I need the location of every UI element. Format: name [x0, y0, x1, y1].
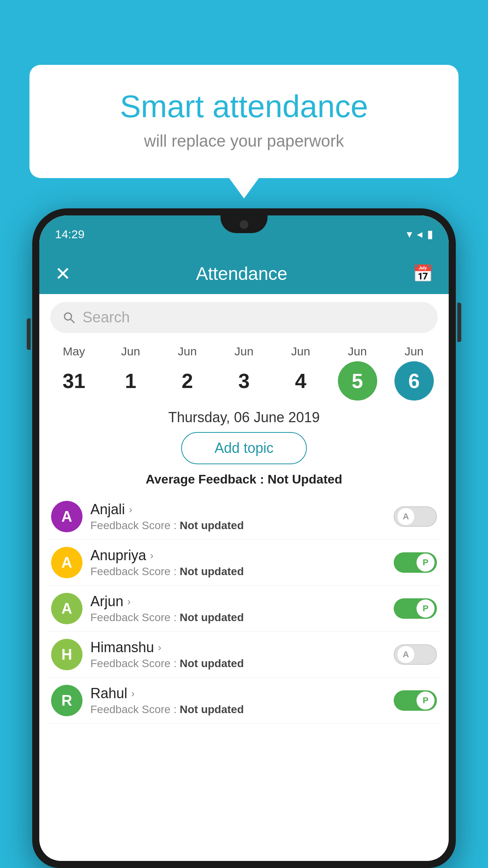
student-info: Arjun ›Feedback Score : Not updated	[90, 593, 386, 624]
student-item[interactable]: AAnupriya ›Feedback Score : Not updatedP	[47, 540, 441, 586]
avg-feedback-value: Not Updated	[268, 472, 342, 486]
toggle-thumb: P	[416, 554, 435, 572]
student-info: Himanshu ›Feedback Score : Not updated	[90, 639, 386, 670]
selected-date-label: Thursday, 06 June 2019	[39, 409, 449, 426]
attendance-toggle[interactable]: A	[394, 506, 437, 527]
student-avatar: H	[51, 639, 83, 670]
student-item[interactable]: AAnjali ›Feedback Score : Not updatedA	[47, 494, 441, 540]
calendar-day[interactable]: Jun4	[277, 345, 324, 401]
feedback-score: Feedback Score : Not updated	[90, 611, 386, 624]
chevron-icon: ›	[150, 550, 154, 562]
calendar-day[interactable]: Jun6	[391, 345, 438, 401]
cal-date-number: 6	[394, 361, 434, 401]
attendance-toggle[interactable]: P	[394, 690, 437, 711]
cal-month-label: Jun	[291, 345, 310, 358]
student-name: Anupriya ›	[90, 547, 386, 564]
student-item[interactable]: AArjun ›Feedback Score : Not updatedP	[47, 586, 441, 632]
cal-month-label: Jun	[121, 345, 140, 358]
avg-feedback: Average Feedback : Not Updated	[39, 472, 449, 487]
toggle-thumb: A	[397, 508, 415, 526]
feedback-score: Feedback Score : Not updated	[90, 565, 386, 578]
bubble-title: Smart attendance	[53, 88, 435, 125]
search-bar[interactable]: Search	[50, 302, 438, 333]
search-placeholder: Search	[83, 309, 130, 326]
student-name: Anjali ›	[90, 501, 386, 518]
cal-date-number: 5	[338, 361, 377, 401]
camera	[240, 220, 248, 229]
chevron-icon: ›	[158, 642, 161, 654]
calendar-row: May31Jun1Jun2Jun3Jun4Jun5Jun6	[39, 341, 449, 401]
volume-button	[27, 318, 31, 350]
speech-bubble: Smart attendance will replace your paper…	[29, 65, 459, 178]
status-time: 14:29	[55, 228, 84, 241]
cal-month-label: May	[63, 345, 85, 358]
cal-month-label: Jun	[178, 345, 197, 358]
student-avatar: R	[51, 685, 83, 716]
student-info: Anupriya ›Feedback Score : Not updated	[90, 547, 386, 578]
attendance-toggle[interactable]: P	[394, 598, 437, 619]
student-name: Himanshu ›	[90, 639, 386, 656]
student-name: Arjun ›	[90, 593, 386, 610]
calendar-day[interactable]: May31	[50, 345, 97, 401]
attendance-toggle[interactable]: A	[394, 644, 437, 665]
student-item[interactable]: RRahul ›Feedback Score : Not updatedP	[47, 678, 441, 724]
student-info: Anjali ›Feedback Score : Not updated	[90, 501, 386, 532]
svg-line-1	[71, 319, 75, 323]
toggle-thumb: A	[397, 645, 415, 664]
student-info: Rahul ›Feedback Score : Not updated	[90, 685, 386, 716]
search-icon	[62, 311, 76, 325]
chevron-icon: ›	[129, 504, 132, 516]
notch	[220, 215, 268, 233]
student-avatar: A	[51, 547, 83, 578]
chevron-icon: ›	[127, 596, 131, 608]
cal-month-label: Jun	[235, 345, 253, 358]
cal-date-number: 2	[168, 361, 207, 401]
cal-date-number: 4	[281, 361, 320, 401]
toggle-thumb: P	[416, 691, 435, 710]
close-button[interactable]: ✕	[55, 263, 71, 285]
toggle-thumb: P	[416, 600, 435, 618]
bubble-subtitle: will replace your paperwork	[53, 132, 435, 151]
cal-month-label: Jun	[348, 345, 367, 358]
calendar-day[interactable]: Jun5	[334, 345, 381, 401]
feedback-score: Feedback Score : Not updated	[90, 703, 386, 716]
add-topic-button[interactable]: Add topic	[181, 432, 307, 464]
avg-feedback-label: Average Feedback :	[146, 472, 268, 486]
power-button	[457, 303, 461, 342]
app-title: Attendance	[196, 263, 288, 284]
cal-month-label: Jun	[405, 345, 424, 358]
status-icons: ▾ ◂ ▮	[407, 228, 433, 241]
student-avatar: A	[51, 501, 83, 532]
wifi-icon: ▾	[407, 228, 412, 241]
phone-screen: 14:29 ▾ ◂ ▮ ✕ Attendance 📅 Search M	[39, 215, 449, 861]
student-list: AAnjali ›Feedback Score : Not updatedAAA…	[39, 494, 449, 724]
battery-icon: ▮	[427, 228, 433, 241]
status-bar: 14:29 ▾ ◂ ▮	[39, 215, 449, 253]
feedback-score: Feedback Score : Not updated	[90, 657, 386, 670]
svg-point-0	[64, 313, 72, 320]
cal-date-number: 31	[54, 361, 94, 401]
student-name: Rahul ›	[90, 685, 386, 702]
cal-date-number: 3	[224, 361, 264, 401]
calendar-icon[interactable]: 📅	[413, 264, 433, 283]
cal-date-number: 1	[111, 361, 150, 401]
calendar-day[interactable]: Jun2	[164, 345, 211, 401]
signal-icon: ◂	[417, 228, 422, 241]
feedback-score: Feedback Score : Not updated	[90, 519, 386, 532]
student-item[interactable]: HHimanshu ›Feedback Score : Not updatedA	[47, 632, 441, 678]
attendance-toggle[interactable]: P	[394, 552, 437, 573]
app-header: ✕ Attendance 📅	[39, 253, 449, 294]
phone-frame: 14:29 ▾ ◂ ▮ ✕ Attendance 📅 Search M	[32, 208, 456, 868]
student-avatar: A	[51, 593, 83, 624]
chevron-icon: ›	[131, 688, 135, 700]
calendar-day[interactable]: Jun1	[107, 345, 154, 401]
calendar-day[interactable]: Jun3	[220, 345, 268, 401]
